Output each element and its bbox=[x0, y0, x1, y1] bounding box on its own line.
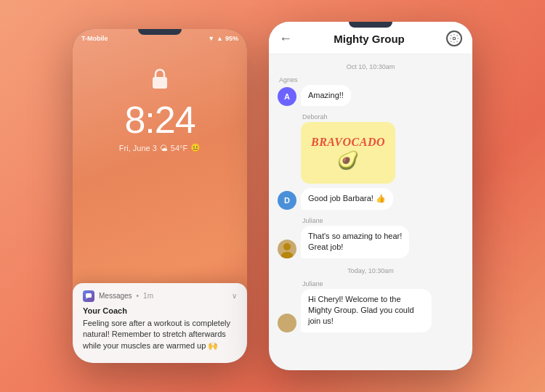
right-phone-notch bbox=[349, 22, 392, 28]
signal-wifi-icon: ▼ bbox=[208, 35, 214, 42]
message-group-juliane-1: Juliane That's so amazing to hear!Great … bbox=[278, 217, 464, 261]
bubble-juliane-2: Hi Cheryl! Welcome to the Mighty Group. … bbox=[301, 289, 432, 332]
notif-chevron-icon[interactable]: ∨ bbox=[232, 292, 237, 300]
svg-rect-1 bbox=[86, 293, 92, 298]
bravocado-sticker: BRAVOCADO 🥑 bbox=[301, 122, 395, 184]
svg-point-5 bbox=[281, 252, 293, 258]
status-icons: ▼ ▲ 95% bbox=[208, 35, 238, 42]
date-separator-2: Today, 10:30am bbox=[278, 267, 464, 274]
lock-icon bbox=[150, 67, 170, 90]
messages-app-icon bbox=[83, 290, 94, 302]
message-group-juliane-2: Juliane Hi Cheryl! Welcome to the Mighty… bbox=[278, 280, 464, 335]
avatar-juliane bbox=[278, 240, 296, 258]
message-group-agnes: Agnes A Amazing!! bbox=[278, 76, 464, 109]
notif-sender: Your Coach bbox=[83, 306, 237, 315]
temp-label: 54°F bbox=[171, 144, 187, 152]
svg-point-3 bbox=[453, 37, 456, 40]
weather-details-icon: 😐 bbox=[190, 143, 201, 152]
clock-time: 8:24 bbox=[73, 101, 247, 139]
settings-button[interactable] bbox=[446, 30, 462, 46]
message-row-deborah-text: D Good job Barbara! 👍 bbox=[278, 188, 464, 209]
notification-card[interactable]: Messages • 1m ∨ Your Coach Feeling sore … bbox=[73, 283, 247, 363]
message-group-deborah: Deborah BRAVOCADO 🥑 bbox=[278, 113, 464, 184]
date-weather-row: Fri, June 3 🌤 54°F 😐 bbox=[73, 143, 247, 152]
battery-label: 95% bbox=[225, 35, 238, 42]
right-phone: ← Mighty Group Oct 10, 10:30am Agnes A A… bbox=[269, 22, 472, 370]
sender-label-juliane-2: Juliane bbox=[302, 280, 464, 287]
avatar-juliane-2 bbox=[278, 314, 296, 332]
lock-icon-area bbox=[73, 45, 247, 90]
chat-body: Oct 10, 10:30am Agnes A Amazing!! Debora… bbox=[269, 54, 472, 370]
chat-title: Mighty Group bbox=[334, 33, 405, 45]
message-row-juliane-2: Hi Cheryl! Welcome to the Mighty Group. … bbox=[278, 289, 464, 332]
carrier-label: T-Mobile bbox=[81, 35, 108, 42]
weather-icon: 🌤 bbox=[160, 144, 168, 152]
avatar-deborah: D bbox=[278, 191, 296, 210]
bubble-juliane-1: That's so amazing to hear!Great job! bbox=[301, 226, 409, 258]
notif-dot: • bbox=[137, 292, 140, 300]
notif-time: 1m bbox=[143, 292, 153, 300]
date-separator-1: Oct 10, 10:30am bbox=[278, 63, 464, 70]
gear-icon bbox=[449, 33, 459, 44]
time-display: 8:24 Fri, June 3 🌤 54°F 😐 bbox=[73, 90, 247, 152]
notif-message: Feeling sore after a workout is complete… bbox=[83, 318, 237, 351]
sender-label-juliane-1: Juliane bbox=[302, 217, 464, 224]
left-phone: T-Mobile ▼ ▲ 95% 8:24 Fri, June 3 🌤 54°F… bbox=[73, 29, 247, 363]
sender-label-deborah: Deborah bbox=[302, 113, 464, 121]
message-bubble-icon bbox=[85, 293, 92, 300]
notif-app-name: Messages bbox=[99, 292, 132, 300]
message-row-juliane-1: That's so amazing to hear!Great job! bbox=[278, 226, 464, 258]
sender-label-agnes: Agnes bbox=[279, 76, 464, 83]
chat-header-center: Mighty Group bbox=[334, 33, 405, 45]
juliane-avatar-icon bbox=[278, 240, 296, 258]
svg-rect-0 bbox=[153, 77, 167, 89]
message-row-agnes: A Amazing!! bbox=[278, 85, 464, 106]
left-phone-screen: T-Mobile ▼ ▲ 95% 8:24 Fri, June 3 🌤 54°F… bbox=[73, 29, 247, 363]
avatar-agnes: A bbox=[278, 87, 296, 106]
bubble-deborah: Good job Barbara! 👍 bbox=[301, 188, 393, 209]
date-label: Fri, June 3 bbox=[119, 144, 157, 152]
left-phone-notch bbox=[138, 29, 182, 35]
notif-header-left: Messages • 1m bbox=[83, 290, 153, 302]
right-phone-screen: ← Mighty Group Oct 10, 10:30am Agnes A A… bbox=[269, 22, 472, 370]
bubble-agnes: Amazing!! bbox=[301, 85, 351, 106]
svg-marker-2 bbox=[86, 298, 88, 299]
signal-bars-icon: ▲ bbox=[217, 35, 223, 42]
back-button[interactable]: ← bbox=[279, 31, 292, 46]
notif-header: Messages • 1m ∨ bbox=[83, 290, 237, 302]
avocado-emoji: 🥑 bbox=[337, 150, 359, 171]
bravocado-text: BRAVOCADO bbox=[311, 136, 385, 149]
svg-point-4 bbox=[283, 243, 291, 250]
